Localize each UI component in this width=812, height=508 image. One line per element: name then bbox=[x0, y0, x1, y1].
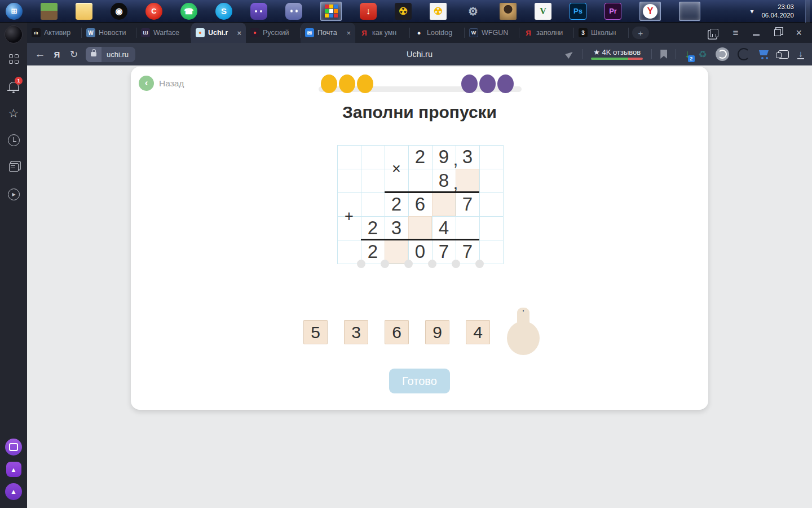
digit-tile-9[interactable]: 9 bbox=[425, 320, 449, 344]
navigation-bar: ← Я ↻ uchi.ru Uchi.ru ★ 4K отзывов ↓ 2 ♻ bbox=[27, 43, 812, 65]
new-tab-button[interactable]: + bbox=[632, 27, 649, 39]
grid-digit: 7 bbox=[432, 240, 456, 264]
comma-drop-dot[interactable] bbox=[404, 260, 413, 268]
site-security-button[interactable] bbox=[86, 47, 102, 62]
clock-time: 23:03 bbox=[761, 3, 794, 11]
alice-widget-icon[interactable]: ▲ bbox=[6, 462, 21, 477]
clock-icon bbox=[8, 134, 20, 146]
comma-drop-dot[interactable] bbox=[475, 260, 484, 268]
windows-start-icon[interactable]: ⊞ bbox=[6, 3, 23, 20]
rating-label: 4K отзывов bbox=[602, 48, 641, 56]
back-to-lessons-button[interactable]: ‹ Назад bbox=[139, 76, 184, 91]
cart-icon[interactable] bbox=[758, 49, 770, 59]
refresh-button[interactable]: ↻ bbox=[65, 46, 82, 63]
tab-warface[interactable]: ШWarface bbox=[136, 23, 191, 43]
site-rating[interactable]: ★ 4K отзывов bbox=[591, 49, 643, 60]
digit-tile-3[interactable]: 3 bbox=[344, 320, 368, 344]
minimize-icon[interactable] bbox=[753, 34, 760, 36]
tab-mail[interactable]: ✉Почта× bbox=[301, 23, 355, 43]
downloads-icon[interactable]: ↓ bbox=[797, 49, 804, 59]
back-button[interactable]: ← bbox=[32, 46, 48, 63]
gamepad-icon[interactable] bbox=[250, 3, 267, 20]
whatsapp-icon[interactable]: ☎ bbox=[180, 3, 197, 20]
yandex-query-1-favicon: Я bbox=[360, 28, 369, 37]
recycle-extension-icon[interactable]: ♻ bbox=[699, 49, 707, 60]
yandex-home-button[interactable]: Я bbox=[48, 46, 65, 63]
tab-vk-news[interactable]: WНовости bbox=[82, 23, 136, 43]
tab-yandex-query-1[interactable]: Якак умн bbox=[355, 23, 410, 43]
obs-icon[interactable]: ◉ bbox=[111, 3, 127, 20]
tab-label: Школьн bbox=[591, 29, 624, 37]
comma-drop-dot[interactable] bbox=[357, 260, 365, 268]
tab-lootdog[interactable]: ●Lootdog bbox=[410, 23, 465, 43]
sidebar-item-bookmarks[interactable]: ☆ bbox=[0, 102, 27, 124]
grid-comma: , bbox=[451, 145, 460, 169]
photoshop-icon[interactable]: Ps bbox=[570, 3, 586, 20]
radiation-light-icon[interactable]: ☢ bbox=[430, 3, 447, 20]
grid-blank-cell[interactable] bbox=[408, 216, 432, 240]
turbo-mode-icon[interactable] bbox=[566, 50, 575, 59]
activity-favicon: ılı bbox=[32, 28, 41, 37]
tab-close-icon[interactable]: × bbox=[237, 29, 241, 37]
savefrom-extension-icon[interactable]: ↓ 2 bbox=[685, 48, 690, 60]
alice-icon[interactable]: ▲ bbox=[5, 483, 22, 500]
comma-drop-dot[interactable] bbox=[381, 260, 389, 268]
tray-expand-icon[interactable]: ▾ bbox=[750, 7, 753, 15]
grid-blank-cell[interactable] bbox=[385, 240, 408, 264]
tab-wfgun[interactable]: WWFGUN bbox=[465, 23, 519, 43]
tab-school[interactable]: 3Школьн bbox=[574, 23, 629, 43]
minecraft-icon[interactable] bbox=[41, 3, 58, 20]
yandex-browser-icon[interactable]: Y bbox=[639, 2, 661, 21]
gta-v-icon[interactable]: V bbox=[535, 3, 551, 20]
done-button[interactable]: Готово bbox=[389, 369, 450, 393]
tab-close-icon[interactable]: × bbox=[346, 29, 351, 37]
messenger-icon[interactable] bbox=[5, 439, 22, 456]
grid-blank-cell[interactable] bbox=[432, 192, 456, 216]
rubiks-cube-icon[interactable] bbox=[320, 2, 342, 21]
bookmarks-panel-icon[interactable] bbox=[710, 29, 718, 37]
comma-drop-dot[interactable] bbox=[452, 260, 460, 268]
comma-tile[interactable]: ’ bbox=[507, 308, 540, 355]
tab-yandex-query-2[interactable]: Язаполни bbox=[519, 23, 574, 43]
sidebar-item-history[interactable] bbox=[0, 129, 27, 151]
comma-drop-dot[interactable] bbox=[428, 260, 436, 268]
cheat-engine-icon[interactable]: ⚙ bbox=[465, 3, 482, 20]
divider bbox=[651, 49, 652, 59]
back-label: Назад bbox=[159, 78, 184, 89]
skype-icon[interactable]: S bbox=[215, 3, 232, 20]
tab-activity[interactable]: ılıАктивир bbox=[27, 23, 82, 43]
tab-russian[interactable]: ●Русский bbox=[246, 23, 301, 43]
menu-icon[interactable]: ≡ bbox=[733, 28, 739, 38]
radiation-dark-icon[interactable]: ☢ bbox=[395, 3, 412, 20]
taskbar-clock[interactable]: 23:03 06.04.2020 bbox=[761, 3, 797, 20]
digit-tile-4[interactable]: 4 bbox=[466, 320, 490, 344]
antivirus-icon[interactable]: C bbox=[145, 3, 162, 20]
premiere-icon[interactable]: Pr bbox=[604, 3, 621, 20]
progress-left-group bbox=[321, 75, 373, 93]
grid-rule-line bbox=[385, 191, 479, 193]
sidebar-item-video[interactable]: ▶ bbox=[0, 183, 27, 205]
game-portrait-icon[interactable] bbox=[500, 3, 517, 20]
maximize-icon[interactable] bbox=[774, 29, 781, 36]
file-explorer-icon[interactable] bbox=[76, 3, 92, 20]
address-bar[interactable]: uchi.ru bbox=[86, 47, 135, 62]
exercise-card: ‹ Назад Заполни пропуски 29382672342077,… bbox=[131, 67, 708, 410]
downloader-icon[interactable]: ↓ bbox=[360, 3, 377, 20]
collections-icon[interactable] bbox=[778, 50, 789, 59]
warface-favicon: Ш bbox=[141, 28, 150, 37]
discord-icon[interactable] bbox=[285, 3, 302, 20]
grid-digit: 2 bbox=[408, 145, 432, 169]
extension-sync-icon[interactable] bbox=[716, 47, 729, 61]
extension-refresh-icon[interactable] bbox=[738, 48, 750, 60]
digit-tile-6[interactable]: 6 bbox=[385, 320, 409, 344]
sidebar-item-services[interactable] bbox=[0, 47, 27, 70]
sidebar-item-notifications[interactable]: 1 bbox=[0, 75, 27, 97]
close-window-icon[interactable]: × bbox=[796, 28, 802, 38]
tab-uchi[interactable]: ●Uchi.r× bbox=[191, 23, 246, 43]
bookmark-flag-icon[interactable] bbox=[660, 50, 667, 59]
sidebar-item-collections[interactable] bbox=[0, 156, 27, 178]
calculator-icon[interactable] bbox=[679, 2, 700, 21]
digit-tile-5[interactable]: 5 bbox=[303, 320, 328, 344]
show-desktop-button[interactable] bbox=[805, 0, 810, 23]
profile-avatar[interactable] bbox=[5, 26, 22, 43]
